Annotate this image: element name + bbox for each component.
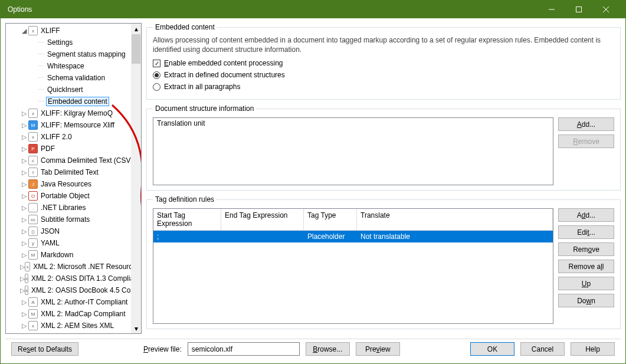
checkbox-checked-icon: ✓ xyxy=(153,60,160,67)
scroll-down-icon[interactable]: ▾ xyxy=(131,323,141,333)
expand-icon[interactable]: ▷ xyxy=(20,287,25,294)
expand-icon[interactable]: ▷ xyxy=(20,310,28,318)
expand-icon[interactable]: ▷ xyxy=(20,216,28,224)
expand-icon[interactable]: ▷ xyxy=(20,204,28,212)
minimize-button[interactable] xyxy=(538,1,565,18)
cell-tag-type: Placeholder xyxy=(304,231,357,242)
expand-icon[interactable]: ▷ xyxy=(20,322,28,330)
col-start-tag[interactable]: Start Tag Expression xyxy=(153,209,221,230)
tree-scrollbar[interactable]: ▴ ▾ xyxy=(131,24,141,333)
tree-node[interactable]: JSON xyxy=(40,227,61,235)
expand-icon[interactable]: ▷ xyxy=(20,133,28,141)
extract-structures-label: Extract in defined document structures xyxy=(164,71,285,79)
dsi-remove-button[interactable]: Remove xyxy=(558,135,614,148)
expand-icon[interactable]: ▷ xyxy=(20,275,25,283)
tree-node[interactable]: Java Resources xyxy=(40,180,93,188)
close-button[interactable] xyxy=(592,1,620,18)
file-icon: x xyxy=(28,132,38,142)
preview-file-label: Preview file: xyxy=(143,345,182,353)
file-icon: y xyxy=(28,238,38,248)
tagdef-grid[interactable]: Start Tag Expression End Tag Expression … xyxy=(153,208,553,324)
tree-node-xliff[interactable]: XLIFF xyxy=(40,27,61,35)
tree-node[interactable]: XLIFF 2.0 xyxy=(40,133,73,141)
tree-node-embedded-content[interactable]: Embedded content xyxy=(46,97,109,106)
file-icon: M xyxy=(28,309,38,319)
expand-icon[interactable]: ▷ xyxy=(20,181,28,188)
embedded-content-group: Embedded content Allows processing of co… xyxy=(146,23,621,100)
preview-file-input[interactable] xyxy=(188,342,300,356)
tree-node-settings[interactable]: Settings xyxy=(46,38,74,47)
filetype-tree[interactable]: ◢xXLIFF ⋯Settings ⋯Segment status mappin… xyxy=(5,23,142,334)
extract-paragraphs-radio[interactable]: Extract in all paragraphs xyxy=(153,83,614,91)
ok-button[interactable]: OK xyxy=(470,342,514,356)
preview-button[interactable]: Preview xyxy=(356,342,400,356)
expand-icon[interactable]: ▷ xyxy=(20,240,28,247)
dsi-add-button[interactable]: Add... xyxy=(558,117,614,131)
expand-icon[interactable]: ▷ xyxy=(20,110,28,117)
file-icon: t xyxy=(28,168,38,177)
reset-button[interactable]: Reset to Defaults xyxy=(11,342,78,356)
tree-node[interactable]: XML 2: AEM Sites XML xyxy=(40,322,115,330)
footer: Reset to Defaults Preview file: Browse..… xyxy=(5,339,621,359)
file-icon: O xyxy=(28,191,38,201)
tree-node[interactable]: Subtitle formats xyxy=(40,215,91,224)
scroll-up-icon[interactable]: ▴ xyxy=(131,24,141,34)
col-end-tag[interactable]: End Tag Expression xyxy=(221,209,304,230)
browse-button[interactable]: Browse... xyxy=(306,342,350,356)
expand-icon[interactable]: ▷ xyxy=(20,145,28,153)
collapse-icon[interactable]: ◢ xyxy=(20,27,28,35)
tag-remove-button[interactable]: Remove xyxy=(558,242,614,256)
title-bar: Options xyxy=(1,1,625,18)
extract-structures-radio[interactable]: Extract in defined document structures xyxy=(153,71,614,79)
expand-icon[interactable]: ▷ xyxy=(20,263,25,271)
tree-node[interactable]: XML 2: MadCap Compliant xyxy=(40,310,127,318)
expand-icon[interactable]: ▷ xyxy=(20,192,28,200)
tree-node[interactable]: PDF xyxy=(40,145,56,153)
dsi-legend: Document structure information xyxy=(153,104,256,113)
tree-node[interactable]: Comma Delimited Text (CSV) xyxy=(40,156,134,165)
embedded-legend: Embedded content xyxy=(153,23,217,31)
tree-node[interactable]: XLIFF: Kilgray MemoQ xyxy=(40,109,114,117)
expand-icon[interactable]: ▷ xyxy=(20,299,28,306)
tree-node-segment-status[interactable]: Segment status mapping xyxy=(46,50,127,58)
tag-add-button[interactable]: Add... xyxy=(558,208,614,222)
col-tag-type[interactable]: Tag Type xyxy=(304,209,357,230)
tag-edit-button[interactable]: Edit... xyxy=(558,225,614,239)
file-icon: c xyxy=(28,156,38,165)
tree-node-schema[interactable]: Schema validation xyxy=(46,74,106,82)
tree-node[interactable]: YAML xyxy=(40,239,61,247)
tree-node[interactable]: XML 2: OASIS DocBook 4.5 Compliant xyxy=(30,286,142,294)
expand-icon[interactable]: ▷ xyxy=(20,228,28,235)
dsi-listbox[interactable]: Translation unit xyxy=(153,117,553,185)
col-translate[interactable]: Translate xyxy=(357,209,553,230)
cell-translate: Not translatable xyxy=(357,231,553,242)
maximize-button[interactable] xyxy=(565,1,592,18)
expand-icon[interactable]: ▷ xyxy=(20,251,28,259)
tagdef-row[interactable]: ; Placeholder Not translatable xyxy=(153,231,553,242)
tree-node-quickinsert[interactable]: QuickInsert xyxy=(46,86,84,94)
tree-node[interactable]: Portable Object xyxy=(40,192,91,200)
expand-icon[interactable]: ▷ xyxy=(20,169,28,176)
tree-node[interactable]: XML 2: Microsoft .NET Resources xyxy=(32,263,141,271)
cancel-button[interactable]: Cancel xyxy=(520,342,565,356)
tag-removeall-button[interactable]: Remove all xyxy=(558,260,614,273)
tag-down-button[interactable]: Down xyxy=(558,294,614,307)
tree-node[interactable]: XML 2: OASIS DITA 1.3 Compliant xyxy=(30,274,141,283)
svg-rect-1 xyxy=(576,7,582,12)
help-button[interactable]: Help xyxy=(571,342,615,356)
extract-paragraphs-label: Extract in all paragraphs xyxy=(164,83,240,91)
expand-icon[interactable]: ▷ xyxy=(20,157,28,165)
tree-node-whitespace[interactable]: Whitespace xyxy=(46,62,86,70)
expand-icon[interactable]: ▷ xyxy=(20,122,28,129)
enable-embedded-checkbox[interactable]: ✓ Enable embedded content processing xyxy=(153,59,614,67)
scroll-thumb[interactable] xyxy=(132,34,140,64)
tree-node[interactable]: Markdown xyxy=(40,251,74,259)
file-icon: x xyxy=(25,274,28,283)
dsi-item[interactable]: Translation unit xyxy=(157,119,549,127)
tree-node[interactable]: XML 2: Author-IT Compliant xyxy=(40,298,129,306)
upper-pane: ◢xXLIFF ⋯Settings ⋯Segment status mappin… xyxy=(5,23,621,334)
tree-node[interactable]: .NET Libraries xyxy=(40,204,87,212)
tree-node[interactable]: Tab Delimited Text xyxy=(40,168,100,176)
tree-node[interactable]: XLIFF: Memsource Xliff xyxy=(40,121,116,129)
tag-up-button[interactable]: Up xyxy=(558,277,614,290)
